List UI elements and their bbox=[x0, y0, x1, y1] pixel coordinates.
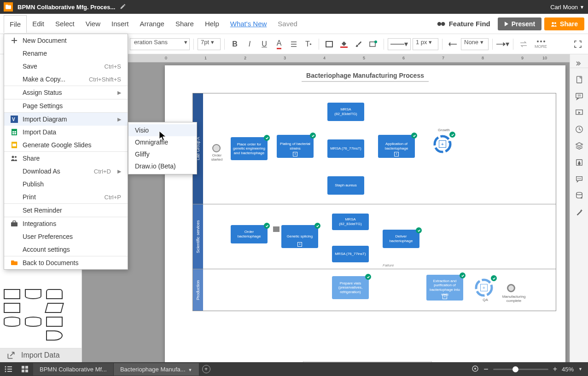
tab-bpmn-collab[interactable]: BPMN Collaborative Mf... bbox=[33, 363, 114, 376]
zoom-slider[interactable] bbox=[493, 369, 548, 370]
zoom-caret-icon[interactable]: ▼ bbox=[578, 367, 582, 371]
menu-save[interactable]: SaveCtrl+S bbox=[4, 60, 128, 73]
task-mrsa1[interactable]: MRSA (82_83delTG) bbox=[327, 103, 364, 121]
database-icon[interactable] bbox=[574, 191, 584, 201]
line-none-select[interactable]: None ▾ bbox=[461, 38, 489, 50]
presentation-icon[interactable] bbox=[574, 108, 584, 118]
magic-button[interactable] bbox=[367, 38, 380, 51]
share-button[interactable]: Share bbox=[544, 17, 584, 30]
submenu-visio[interactable]: Visio bbox=[128, 124, 197, 136]
shape-rect3[interactable] bbox=[46, 317, 63, 327]
subprocess-icon[interactable]: + bbox=[394, 152, 399, 156]
shape-doc[interactable] bbox=[25, 289, 41, 299]
line-style-select[interactable]: ▾ bbox=[388, 38, 411, 50]
menu-help[interactable]: Help bbox=[199, 15, 225, 32]
menu-account-settings[interactable]: Account settings bbox=[4, 243, 128, 256]
menu-import-data[interactable]: Import Data bbox=[4, 126, 128, 139]
canvas[interactable]: 0 1 2 3 4 5 6 7 8 9 10 Bacteriophage Man… bbox=[82, 54, 570, 362]
user-menu-caret-icon[interactable]: ▼ bbox=[580, 5, 584, 10]
grid-view-icon[interactable] bbox=[17, 365, 33, 373]
chat-icon[interactable] bbox=[574, 174, 584, 184]
menu-set-reminder[interactable]: Set Reminder bbox=[4, 204, 128, 217]
feature-find[interactable]: Feature Find bbox=[437, 20, 490, 28]
submenu-omnigraffle[interactable]: Omnigraffle bbox=[128, 136, 197, 148]
menu-generate-slides[interactable]: Generate Google Slides bbox=[4, 139, 128, 151]
comment-icon[interactable]: 99 bbox=[574, 91, 584, 101]
text-tool[interactable]: T▸ bbox=[302, 38, 315, 51]
page-icon[interactable] bbox=[574, 75, 584, 85]
outline-view-icon[interactable] bbox=[0, 366, 17, 372]
fullscreen-button[interactable] bbox=[571, 38, 584, 51]
menu-new-document[interactable]: New Document bbox=[4, 34, 128, 47]
shape-cyl[interactable] bbox=[4, 317, 20, 327]
shape-trap2[interactable] bbox=[25, 330, 41, 341]
zoom-reset-icon[interactable] bbox=[472, 365, 479, 374]
fill-color-button[interactable] bbox=[338, 38, 350, 51]
menu-import-diagram[interactable]: VImport Diagram▶ bbox=[4, 113, 128, 126]
menu-whats-new[interactable]: What's New bbox=[225, 15, 273, 32]
username[interactable]: Carl Moon bbox=[550, 4, 578, 11]
start-event[interactable] bbox=[212, 144, 221, 152]
task-mrsa4[interactable]: MRSA (76_77insT) bbox=[332, 246, 369, 262]
italic-button[interactable]: I bbox=[243, 38, 256, 51]
qa-subprocess[interactable]: + bbox=[475, 278, 493, 297]
menu-print[interactable]: PrintCtrl+P bbox=[4, 191, 128, 203]
rename-icon[interactable] bbox=[120, 3, 126, 11]
task-mrsa3[interactable]: MRSA (82_83delTG) bbox=[332, 214, 369, 230]
shape-hex[interactable] bbox=[25, 303, 41, 313]
align-button[interactable] bbox=[287, 38, 300, 51]
add-tab-button[interactable]: + bbox=[199, 365, 213, 373]
folder-icon[interactable] bbox=[4, 2, 13, 12]
shape-d[interactable] bbox=[46, 330, 63, 341]
menu-page-settings[interactable]: Page Settings bbox=[4, 99, 128, 112]
annotation-icon[interactable] bbox=[273, 226, 279, 232]
layers-icon[interactable] bbox=[574, 141, 584, 151]
bold-button[interactable]: B bbox=[228, 38, 241, 51]
lane-scientific[interactable]: Scientific services Order bacteriophage … bbox=[193, 204, 556, 269]
zoom-out-button[interactable]: − bbox=[483, 364, 489, 374]
bpmn-pool[interactable]: Lab Group A Order started Place order fo… bbox=[192, 93, 556, 311]
growth-subprocess[interactable]: + bbox=[433, 135, 452, 153]
diagram-page[interactable]: Bacteriophage Manufacturing Process Lab … bbox=[165, 65, 565, 362]
collapse-right-panel[interactable] bbox=[570, 59, 588, 68]
tab-bacteriophage[interactable]: Bacteriophage Manufa...▼ bbox=[114, 363, 199, 376]
shape-rect2[interactable] bbox=[4, 303, 20, 313]
shape-para[interactable] bbox=[45, 303, 64, 313]
shape-trap[interactable] bbox=[4, 330, 20, 341]
arrow-start-button[interactable] bbox=[446, 38, 459, 51]
menu-edit[interactable]: Edit bbox=[27, 15, 50, 32]
task-prepare-vials[interactable]: Prepare vials (preservatives, refrigerat… bbox=[332, 276, 369, 299]
menu-download-as[interactable]: Download AsCtrl+D▶ bbox=[4, 165, 128, 178]
menu-integrations[interactable]: Integrations bbox=[4, 217, 128, 230]
task-splicing[interactable]: Genetic splicing + bbox=[281, 225, 318, 248]
menu-arrange[interactable]: Arrange bbox=[134, 15, 170, 32]
menu-publish[interactable]: Publish bbox=[4, 178, 128, 191]
menu-assign-status[interactable]: Assign Status▶ bbox=[4, 86, 128, 99]
task-mrsa2[interactable]: MRSA (76_77insT) bbox=[327, 139, 364, 158]
font-select[interactable]: eration Sans ▾ bbox=[130, 38, 190, 50]
swap-button[interactable] bbox=[517, 38, 530, 51]
drop-icon[interactable] bbox=[574, 157, 584, 168]
task-application[interactable]: Application of bacteriophage + bbox=[378, 135, 415, 158]
text-color-button[interactable]: A bbox=[273, 38, 285, 51]
task-order-bac[interactable]: Order bacteriophage bbox=[231, 225, 268, 243]
document-title[interactable]: BPMN Collaborative Mfg. Proces... bbox=[17, 4, 115, 11]
menu-share-item[interactable]: Share bbox=[4, 152, 128, 165]
task-place-order[interactable]: Place order for genetic engineering and … bbox=[231, 137, 268, 160]
present-button[interactable]: Present bbox=[498, 17, 541, 30]
submenu-gliffy[interactable]: Gliffy bbox=[128, 148, 197, 160]
line-width-select[interactable]: 1 px ▾ bbox=[413, 38, 438, 50]
menu-back-to-documents[interactable]: Back to Documents bbox=[4, 256, 128, 269]
menu-select[interactable]: Select bbox=[50, 15, 80, 32]
menu-file[interactable]: File bbox=[4, 15, 27, 33]
subprocess-icon[interactable]: + bbox=[297, 242, 302, 247]
task-plating[interactable]: Plating of bacterial strains + bbox=[277, 135, 314, 158]
shape-tab[interactable] bbox=[46, 289, 63, 299]
arrow-end-button[interactable]: ▾ bbox=[496, 38, 509, 51]
menu-rename[interactable]: Rename bbox=[4, 47, 128, 60]
font-size-select[interactable]: 7pt ▾ bbox=[198, 38, 221, 50]
end-event[interactable] bbox=[507, 284, 515, 292]
subprocess-icon[interactable]: + bbox=[293, 152, 297, 156]
shape-rect[interactable] bbox=[4, 289, 20, 299]
subprocess-icon[interactable]: + bbox=[442, 295, 447, 299]
